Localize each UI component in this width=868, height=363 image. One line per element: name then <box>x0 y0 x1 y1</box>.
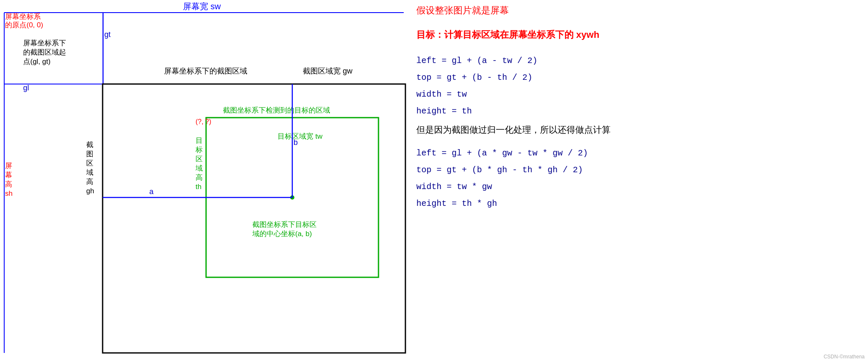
detected-region-label: 截图坐标系下检测到的目标的区域 <box>223 106 330 114</box>
screen-width-label: 屏幕宽 sw <box>183 2 221 11</box>
center-label-1: 截图坐标系下目标区 <box>252 221 317 229</box>
center-label-2: 域的中心坐标(a, b) <box>252 230 312 238</box>
b-label: b <box>294 138 298 147</box>
screen-height-label: 屏 <box>5 162 12 170</box>
svg-text:的截图区域起: 的截图区域起 <box>23 48 66 56</box>
watermark: CSDN-©mrathena <box>823 354 865 360</box>
svg-text:域: 域 <box>195 164 203 172</box>
formula-line-7: width = tw * gw <box>416 179 588 195</box>
formula-title-right: 假设整张图片就是屏幕 <box>416 4 509 17</box>
formula-goal: 目标：计算目标区域在屏幕坐标系下的 xywh <box>416 29 599 41</box>
question-label: (?, ?) <box>196 118 211 125</box>
diagram-svg: 屏幕宽 sw 屏幕坐标系 的原点(0, 0) 屏 幕 高 sh 屏幕坐标系下 的… <box>0 0 408 363</box>
svg-text:高: 高 <box>196 174 203 182</box>
svg-text:图: 图 <box>86 150 93 158</box>
target-height-v1: 目 <box>196 137 203 145</box>
formula-note: 但是因为截图做过归一化处理，所以还得做点计算 <box>416 124 611 136</box>
svg-text:高: 高 <box>5 180 12 188</box>
svg-text:gh: gh <box>86 187 94 195</box>
formula-line-5: left = gl + (a * gw - tw * gw / 2) <box>416 145 588 162</box>
svg-text:高: 高 <box>86 178 93 186</box>
svg-text:点(gl, gt): 点(gl, gt) <box>23 58 50 66</box>
gt-label: gt <box>104 30 111 39</box>
origin-label: 屏幕坐标系 <box>5 13 41 21</box>
svg-text:sh: sh <box>5 189 13 197</box>
a-label: a <box>149 187 154 196</box>
capture-width-label: 截图区域宽 gw <box>303 67 353 75</box>
formula-line-4: height = th <box>416 103 537 120</box>
formula-line-8: height = th * gh <box>416 195 588 212</box>
screen-coords-label: 屏幕坐标系下 <box>23 39 66 47</box>
formula-line-3: width = tw <box>416 86 537 103</box>
svg-text:th: th <box>196 183 201 191</box>
formula-block1: left = gl + (a - tw / 2) top = gt + (b -… <box>416 53 537 120</box>
capture-region-rect <box>103 84 405 353</box>
svg-text:域: 域 <box>86 168 93 176</box>
svg-text:的原点(0, 0): 的原点(0, 0) <box>5 21 43 29</box>
formula-line-6: top = gt + (b * gh - th * gh / 2) <box>416 162 588 179</box>
formula-block2: left = gl + (a * gw - tw * gw / 2) top =… <box>416 145 588 212</box>
target-width-label: 目标区域宽 tw <box>278 132 323 140</box>
capture-height-label: 截 <box>86 141 93 149</box>
svg-text:区: 区 <box>196 155 203 163</box>
capture-region-label: 屏幕坐标系下的截图区域 <box>164 67 247 75</box>
formula-line-2: top = gt + (b - th / 2) <box>416 69 537 86</box>
svg-text:标: 标 <box>195 146 203 154</box>
formula-line-1: left = gl + (a - tw / 2) <box>416 53 537 69</box>
svg-text:幕: 幕 <box>5 171 12 179</box>
svg-text:区: 区 <box>86 159 93 167</box>
gl-label: gl <box>23 84 29 92</box>
